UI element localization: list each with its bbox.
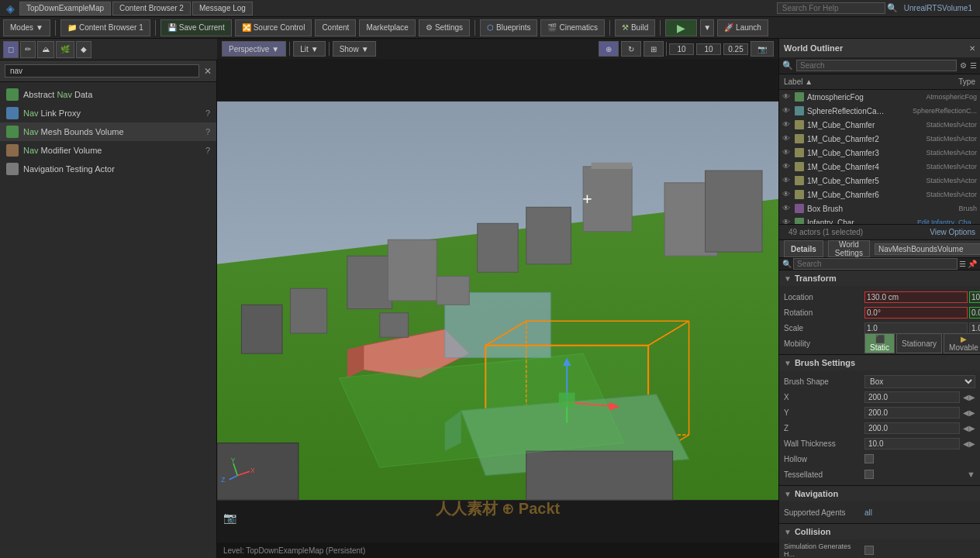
geometry-mode-btn[interactable]: ◆ xyxy=(76,41,91,58)
location-y-input[interactable] xyxy=(969,291,980,303)
rotation-y-input[interactable] xyxy=(969,307,980,319)
build-btn[interactable]: ⚒ Build xyxy=(615,19,655,36)
tessellated-checkbox[interactable] xyxy=(864,470,874,479)
blueprints-btn[interactable]: ⬡ Blueprints xyxy=(480,19,537,36)
actor-row-cube5[interactable]: 👁 1M_Cube_Chamfer5 StaticMeshActor xyxy=(779,174,980,188)
visibility-icon[interactable]: 👁 xyxy=(782,162,792,171)
details-search-input[interactable] xyxy=(793,258,958,270)
actor-row-cube4[interactable]: 👁 1M_Cube_Chamfer4 StaticMeshActor xyxy=(779,160,980,174)
marketplace-btn[interactable]: Marketplace xyxy=(359,19,415,36)
content-btn[interactable]: Content xyxy=(315,19,356,36)
details-pin-btn[interactable]: 📌 xyxy=(968,260,977,268)
actor-row-cube3[interactable]: 👁 1M_Cube_Chamfer3 StaticMeshActor xyxy=(779,146,980,160)
visibility-icon[interactable]: 👁 xyxy=(782,218,792,224)
nav-item-testing-actor[interactable]: Navigation Testing Actor xyxy=(0,160,216,178)
sim-generates-checkbox[interactable] xyxy=(864,546,874,555)
view-options-btn[interactable]: View Options xyxy=(930,228,975,236)
cinematics-btn[interactable]: 🎬 Cinematics xyxy=(540,19,604,36)
play-dropdown-btn[interactable]: ▼ xyxy=(700,19,714,36)
visibility-icon[interactable]: 👁 xyxy=(782,148,792,157)
save-current-btn[interactable]: 💾 Save Current xyxy=(160,19,232,36)
close-search-btn[interactable]: ✕ xyxy=(204,66,212,77)
brush-x-input[interactable] xyxy=(864,391,960,403)
actor-row-boxbrush[interactable]: 👁 Box Brush Brush xyxy=(779,202,980,215)
nav-item-modifier-volume[interactable]: Nav Modifier Volume ? xyxy=(0,141,216,160)
tab-content-browser2[interactable]: Content Browser 2 xyxy=(112,2,191,16)
visibility-icon[interactable]: 👁 xyxy=(782,92,792,102)
visibility-icon[interactable]: 👁 xyxy=(782,204,792,213)
col-label-header[interactable]: Label ▲ xyxy=(779,78,895,86)
settings-btn[interactable]: ⚙ Settings xyxy=(419,19,470,36)
navigation-section-header[interactable]: ▼ Navigation xyxy=(779,486,980,501)
wall-thickness-expand-btn[interactable]: ◀▶ xyxy=(963,439,975,448)
actor-row-cube1[interactable]: 👁 1M_Cube_Chamfer StaticMeshActor xyxy=(779,118,980,132)
perspective-btn[interactable]: Perspective ▼ xyxy=(222,41,286,57)
show-btn[interactable]: Show ▼ xyxy=(333,41,376,57)
viewport[interactable]: Perspective ▼ Lit ▼ Show ▼ ⊕ ↻ ⊞ 10 10 0… xyxy=(217,39,778,558)
mesh-bounds-help-icon[interactable]: ? xyxy=(205,127,210,136)
modes-dropdown[interactable]: Modes ▼ xyxy=(3,19,50,36)
visibility-icon[interactable]: 👁 xyxy=(782,134,792,143)
scale-y-input[interactable] xyxy=(969,322,980,334)
movable-mobility-btn[interactable]: ▶ Movable xyxy=(944,333,980,353)
hollow-checkbox[interactable] xyxy=(864,454,874,463)
transform-section-header[interactable]: ▼ Transform xyxy=(779,270,980,286)
nav-item-link-proxy[interactable]: Nav Link Proxy ? xyxy=(0,104,216,122)
camera-speed-btn[interactable]: 📷 xyxy=(751,41,774,57)
wall-thickness-input[interactable] xyxy=(864,438,960,450)
translate-btn[interactable]: ⊕ xyxy=(599,41,619,57)
brush-y-input[interactable] xyxy=(864,407,960,418)
foliage-mode-btn[interactable]: 🌿 xyxy=(56,41,74,58)
details-tab-btn[interactable]: Details xyxy=(784,240,823,257)
outliner-close-btn[interactable]: ✕ xyxy=(969,44,975,53)
actor-row-cube2[interactable]: 👁 1M_Cube_Chamfer2 StaticMeshActor xyxy=(779,132,980,146)
outliner-search-input[interactable] xyxy=(796,60,957,71)
lit-btn[interactable]: Lit ▼ xyxy=(293,41,325,57)
visibility-icon[interactable]: 👁 xyxy=(782,176,792,185)
world-settings-tab-btn[interactable]: World Settings xyxy=(828,240,870,257)
outliner-filter-btn[interactable]: ⚙ xyxy=(960,61,967,70)
rotate-btn[interactable]: ↻ xyxy=(621,41,641,57)
tab-message-log[interactable]: Message Log xyxy=(192,2,253,16)
brush-shape-select[interactable]: Box xyxy=(864,375,975,388)
actor-row-cube6[interactable]: 👁 1M_Cube_Chamfer6 StaticMeshActor xyxy=(779,188,980,202)
location-x-input[interactable] xyxy=(864,291,968,303)
play-btn[interactable]: ▶ xyxy=(665,19,697,36)
nav-item-abstract[interactable]: Abstract Nav Data xyxy=(0,85,216,104)
actor-row-atmosphericfog[interactable]: 👁 AtmosphericFog AtmosphericFog xyxy=(779,90,980,104)
tab-topdownexamplemap[interactable]: TopDownExampleMap xyxy=(19,2,111,16)
placement-search-input[interactable] xyxy=(5,64,199,78)
brush-x-expand-btn[interactable]: ◀▶ xyxy=(963,393,975,401)
visibility-icon[interactable]: 👁 xyxy=(782,120,792,129)
rotation-x-input[interactable] xyxy=(864,307,968,319)
actor-row-spherereflection[interactable]: 👁 SphereReflectionCapture SphereReflecti… xyxy=(779,104,980,118)
visibility-icon[interactable]: 👁 xyxy=(782,106,792,115)
actor-row-infantry1[interactable]: 👁 Infantry_Char Edit Infantry_Cha... xyxy=(779,215,980,224)
nav-item-mesh-bounds[interactable]: Nav Mesh Bounds Volume ? xyxy=(0,122,216,141)
scene-view[interactable]: X Y Z 人人素材 ⊕ Packt 📷 xyxy=(217,59,778,542)
stationary-mobility-btn[interactable]: Stationary xyxy=(896,333,942,353)
brush-y-expand-btn[interactable]: ◀▶ xyxy=(963,408,975,417)
select-mode-btn[interactable]: ◻ xyxy=(3,41,19,58)
search-help-input[interactable] xyxy=(777,2,885,14)
scale-x-input[interactable] xyxy=(864,322,968,334)
static-mobility-btn[interactable]: ⬛ Static xyxy=(864,333,895,353)
source-control-btn[interactable]: 🔀 Source Control xyxy=(235,19,312,36)
visibility-icon[interactable]: 👁 xyxy=(782,190,792,199)
scale-btn[interactable]: ⊞ xyxy=(644,41,664,57)
brush-expand-arrow[interactable]: ▼ xyxy=(967,470,975,479)
col-type-header[interactable]: Type xyxy=(895,78,980,86)
content-browser-btn[interactable]: 📁 Content Browser 1 xyxy=(60,19,150,36)
outliner-view-btn[interactable]: ☰ xyxy=(970,61,977,70)
link-proxy-help-icon[interactable]: ? xyxy=(205,108,210,118)
selected-actor-name-input[interactable] xyxy=(875,243,980,255)
details-filter-btn[interactable]: ☰ xyxy=(959,260,966,268)
brush-settings-header[interactable]: ▼ Brush Settings xyxy=(779,355,980,370)
brush-z-expand-btn[interactable]: ◀▶ xyxy=(963,424,975,432)
modifier-volume-help-icon[interactable]: ? xyxy=(205,146,210,155)
landscape-mode-btn[interactable]: ⛰ xyxy=(37,41,54,58)
collision-section-header[interactable]: ▼ Collision xyxy=(779,524,980,539)
brush-z-input[interactable] xyxy=(864,422,960,434)
paint-mode-btn[interactable]: ✏ xyxy=(20,41,36,58)
launch-btn[interactable]: 🚀 Launch xyxy=(717,19,768,36)
